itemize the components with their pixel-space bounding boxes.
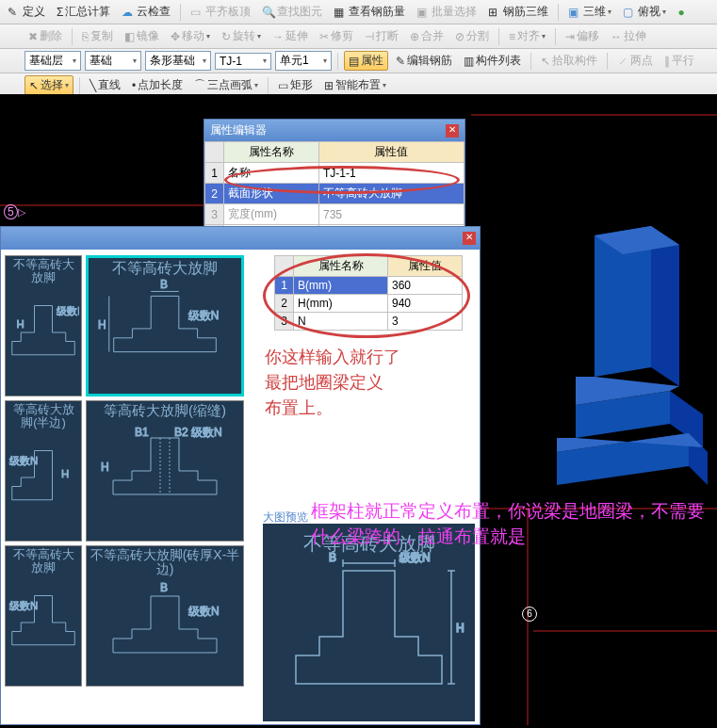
offset-icon: ⇥	[565, 30, 575, 43]
annotation-text-red: 你这样输入就行了 最把地圈梁定义 布置上。	[265, 345, 400, 421]
addlen-btn[interactable]: •点加长度	[128, 75, 187, 95]
extend-icon: →	[272, 30, 284, 43]
select-btn[interactable]: ↖选择▾	[24, 75, 73, 95]
svg-text:H: H	[101, 461, 109, 474]
move-icon: ✥	[171, 30, 180, 43]
axis-marker-6: 6	[522, 607, 537, 622]
dimension-table[interactable]: 属性名称属性值 1B(mm)360 2H(mm)940 3N3	[274, 255, 463, 331]
component-combo[interactable]: TJ-1▾	[215, 53, 271, 70]
stretch-icon: ↔	[611, 30, 622, 43]
svg-text:级数N: 级数N	[188, 309, 220, 322]
category-combo[interactable]: 基础▾	[85, 51, 141, 71]
axis-marker-5: 5▷	[4, 205, 25, 218]
define-btn[interactable]: ✎定义	[4, 2, 49, 22]
type-combo[interactable]: 条形基础▾	[145, 51, 211, 71]
copy-btn[interactable]: ⎘复制	[78, 26, 117, 46]
svg-text:级数N: 级数N	[9, 599, 38, 610]
batch-icon: ▣	[416, 6, 430, 19]
rect-btn[interactable]: ▭矩形	[274, 75, 317, 95]
shape-thumb[interactable]: 不等高砖大放脚 级数N	[5, 545, 82, 687]
arc-btn[interactable]: ⌒三点画弧▾	[190, 75, 262, 95]
globe-btn[interactable]: ●	[674, 4, 688, 21]
mirror-btn[interactable]: ◧镜像	[121, 26, 163, 46]
grid-icon: ▦	[334, 6, 347, 19]
rebar-btn[interactable]: ▦查看钢筋量	[330, 2, 409, 22]
property-editor-title[interactable]: 属性编辑器 ✕	[204, 120, 464, 141]
table-row[interactable]: 3宽度(mm)735	[205, 204, 464, 225]
trim-icon: ✂	[319, 30, 329, 43]
rotate-icon: ↻	[221, 30, 231, 43]
col-name: 属性名称	[224, 142, 319, 163]
svg-text:B1: B1	[135, 426, 149, 439]
svg-text:H: H	[61, 468, 69, 479]
ortho-btn[interactable]: ▢俯视▾	[619, 2, 670, 22]
rebar3d-icon: ⊞	[488, 6, 501, 19]
shape-thumb[interactable]: 等高砖大放脚(半边) 级数NH	[5, 400, 82, 542]
cursor-icon: ↖	[29, 79, 39, 92]
layer-combo[interactable]: 基础层▾	[24, 51, 81, 71]
line-btn[interactable]: ╲直线	[86, 75, 124, 95]
complist-btn[interactable]: ▥构件列表	[460, 51, 525, 71]
split-btn[interactable]: ⊘分割	[451, 26, 493, 46]
line-icon: ╲	[90, 79, 96, 92]
globe-icon: ●	[677, 6, 684, 19]
editbar-btn[interactable]: ✎编辑钢筋	[392, 51, 456, 71]
delete-btn[interactable]: ✖删除	[24, 26, 66, 46]
move-btn[interactable]: ✥移动▾	[167, 26, 214, 46]
batch-btn[interactable]: ▣批量选择	[413, 2, 481, 22]
unit-combo[interactable]: 单元1▾	[275, 51, 332, 71]
smart-btn[interactable]: ⊞智能布置▾	[320, 75, 390, 95]
merge-icon: ⊕	[410, 30, 419, 43]
mirror-icon: ◧	[124, 30, 135, 43]
find-btn[interactable]: 🔍查找图元	[258, 2, 326, 22]
shape-thumb[interactable]: 不等高砖大放脚 B级数NH	[86, 255, 244, 396]
arc-icon: ⌒	[194, 77, 205, 93]
svg-text:级数N: 级数N	[57, 305, 79, 316]
shape-thumb[interactable]: 不等高砖大放脚(砖厚X-半边) B级数N	[86, 545, 244, 687]
break-btn[interactable]: ⊣打断	[361, 26, 402, 46]
parallel-btn[interactable]: ∥平行	[660, 51, 698, 71]
svg-text:B: B	[160, 278, 168, 291]
summary-btn[interactable]: Σ 汇总计算	[53, 2, 114, 22]
svg-text:级数N: 级数N	[191, 426, 222, 439]
flat-btn[interactable]: ▭平齐板顶	[187, 2, 254, 22]
table-row[interactable]: 3N3	[275, 313, 463, 331]
table-row[interactable]: 2截面形状不等高砖大放脚	[205, 184, 464, 204]
align-icon: ≡	[509, 30, 515, 43]
rotate-btn[interactable]: ↻旋转▾	[218, 26, 265, 46]
merge-btn[interactable]: ⊕合并	[406, 26, 448, 46]
svg-text:级数N: 级数N	[188, 605, 220, 618]
offset-btn[interactable]: ⇥偏移	[562, 26, 603, 46]
align-btn[interactable]: ≡对齐▾	[505, 26, 549, 46]
svg-text:B: B	[160, 581, 168, 594]
shape-thumb[interactable]: 等高砖大放脚(缩缝) B1B2级数NH	[86, 400, 244, 542]
props-btn[interactable]: ▤属性	[344, 51, 388, 71]
twopoint-btn[interactable]: ⟋两点	[613, 51, 657, 71]
flat-icon: ▭	[190, 6, 204, 19]
table-row[interactable]: 1B(mm)360	[275, 277, 463, 295]
extend-btn[interactable]: →延伸	[269, 26, 312, 46]
cloud-icon: ☁	[122, 6, 135, 19]
pick-btn[interactable]: ↖拾取构件	[537, 51, 601, 71]
rect-icon: ▭	[278, 79, 288, 92]
list-icon: ▥	[464, 55, 474, 68]
table-row[interactable]: 1名称TJ-1-1	[205, 163, 464, 184]
cloud-check-btn[interactable]: ☁云检查	[118, 2, 174, 22]
stretch-btn[interactable]: ↔拉伸	[607, 26, 650, 46]
view3d-btn[interactable]: ▣三维▾	[564, 2, 615, 22]
props-icon: ▤	[349, 55, 359, 68]
rebar3d-btn[interactable]: ⊞钢筋三维	[484, 2, 552, 22]
point-icon: •	[132, 79, 136, 92]
shape-thumb[interactable]: 不等高砖大放脚 级数NH	[5, 255, 82, 396]
ortho-icon: ▢	[623, 6, 636, 19]
close-icon[interactable]: ✕	[446, 124, 459, 138]
parallel-icon: ∥	[664, 55, 670, 68]
search-icon: 🔍	[262, 6, 275, 19]
table-row[interactable]: 2H(mm)940	[275, 295, 463, 313]
trim-btn[interactable]: ✂修剪	[316, 26, 357, 46]
editbar-icon: ✎	[396, 55, 405, 68]
close-icon[interactable]: ✕	[463, 232, 476, 245]
split-icon: ⊘	[455, 30, 464, 43]
panel-titlebar[interactable]: ✕	[1, 227, 480, 250]
svg-text:H: H	[17, 318, 24, 330]
